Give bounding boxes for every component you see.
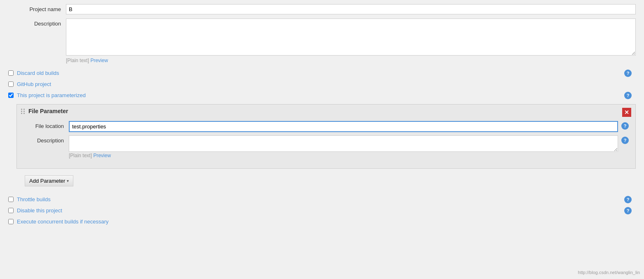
file-parameter-body: File location ? Description [Plain text]… xyxy=(17,118,635,168)
discard-old-builds-checkbox[interactable] xyxy=(8,70,14,76)
project-name-label: Project name xyxy=(8,4,66,12)
drag-dots xyxy=(21,109,25,114)
file-location-row: File location ? xyxy=(23,121,629,132)
fp-description-row: Description [Plain text] Preview ? xyxy=(23,135,629,158)
disable-project-checkbox[interactable] xyxy=(8,208,14,213)
fp-description-label: Description xyxy=(23,135,69,144)
parameterized-row: This project is parameterized ? xyxy=(8,90,636,101)
throttle-builds-help-icon[interactable]: ? xyxy=(624,196,632,203)
fp-plain-text-label: [Plain text] xyxy=(69,153,92,158)
description-row: Description [Plain text] Preview xyxy=(8,19,636,63)
description-label: Description xyxy=(8,19,66,27)
description-wrap: [Plain text] Preview xyxy=(66,19,636,63)
file-parameter-close-button[interactable]: ✕ xyxy=(622,108,631,117)
drag-dot-6 xyxy=(23,113,25,114)
add-parameter-wrap: Add Parameter ▾ xyxy=(16,172,636,190)
disable-project-help-icon[interactable]: ? xyxy=(624,207,632,214)
github-project-label[interactable]: GitHub project xyxy=(17,81,51,87)
project-name-wrap xyxy=(66,4,636,14)
file-parameter-card: File Parameter ✕ File location ? Descrip… xyxy=(16,104,636,169)
throttle-builds-label[interactable]: Throttle builds xyxy=(17,196,51,202)
execute-concurrent-row: Execute concurrent builds if necessary xyxy=(8,216,636,227)
disable-project-label[interactable]: Disable this project xyxy=(17,207,62,214)
discard-old-builds-label[interactable]: Discard old builds xyxy=(17,70,59,76)
execute-concurrent-checkbox[interactable] xyxy=(8,219,14,224)
description-textarea[interactable] xyxy=(66,19,636,56)
add-parameter-arrow-icon: ▾ xyxy=(67,179,69,183)
github-project-row: GitHub project xyxy=(8,79,636,90)
file-location-input[interactable] xyxy=(69,121,618,132)
fp-plain-text-row: [Plain text] Preview xyxy=(69,153,618,158)
drag-dot-2 xyxy=(23,109,25,110)
disable-project-row: Disable this project ? xyxy=(8,205,636,216)
drag-handle[interactable] xyxy=(21,109,25,114)
execute-concurrent-label[interactable]: Execute concurrent builds if necessary xyxy=(17,219,109,225)
parameterized-label[interactable]: This project is parameterized xyxy=(17,92,86,98)
preview-link[interactable]: Preview xyxy=(90,58,108,63)
file-location-help-icon[interactable]: ? xyxy=(621,122,629,130)
add-parameter-button[interactable]: Add Parameter ▾ xyxy=(25,175,73,186)
github-project-checkbox[interactable] xyxy=(8,81,14,87)
throttle-builds-checkbox[interactable] xyxy=(8,197,14,202)
fp-description-wrap: [Plain text] Preview xyxy=(69,135,618,158)
watermark: http://blog.csdn.net/wanglin_lin xyxy=(578,270,640,275)
fp-description-help-icon[interactable]: ? xyxy=(621,137,629,144)
main-content: Project name Description [Plain text] Pr… xyxy=(0,0,644,279)
project-name-input[interactable] xyxy=(66,4,636,14)
fp-description-textarea[interactable] xyxy=(69,135,618,152)
throttle-builds-row: Throttle builds ? xyxy=(8,194,636,205)
discard-old-builds-row: Discard old builds ? xyxy=(8,67,636,79)
file-parameter-header: File Parameter ✕ xyxy=(17,105,635,118)
parameterized-help-icon[interactable]: ? xyxy=(624,92,632,99)
file-parameter-title: File Parameter xyxy=(28,108,68,114)
drag-dot-4 xyxy=(23,111,25,112)
plain-text-label: [Plain text] xyxy=(66,58,89,63)
drag-dot-3 xyxy=(21,111,22,112)
plain-text-row: [Plain text] Preview xyxy=(66,58,636,63)
fp-preview-link[interactable]: Preview xyxy=(93,153,111,158)
add-parameter-label: Add Parameter xyxy=(29,178,65,184)
project-name-row: Project name xyxy=(8,4,636,14)
discard-old-builds-help-icon[interactable]: ? xyxy=(624,70,632,77)
parameterized-checkbox[interactable] xyxy=(8,93,14,98)
drag-dot-1 xyxy=(21,109,22,110)
file-location-label: File location xyxy=(23,121,69,129)
drag-dot-5 xyxy=(21,113,22,114)
